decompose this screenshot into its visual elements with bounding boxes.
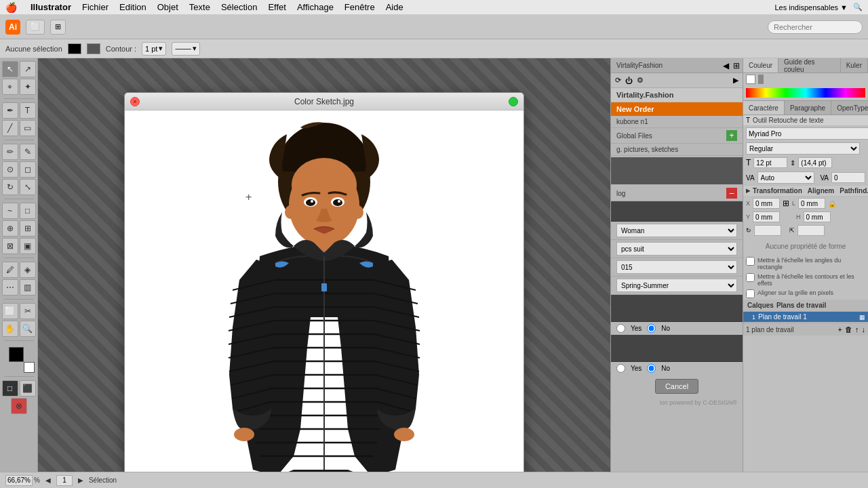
checkbox-scale-corners-input[interactable]: [746, 257, 755, 266]
menu-effet[interactable]: Effet: [268, 2, 286, 12]
tracking-input[interactable]: [831, 172, 865, 183]
magic-wand-tool-btn[interactable]: ✦: [20, 79, 36, 95]
vf-panel-expand-btn[interactable]: ◀: [723, 61, 729, 70]
zoom-tool-btn[interactable]: 🔍: [20, 321, 36, 337]
leading-input[interactable]: [798, 157, 832, 168]
tab-kuler[interactable]: Kuler: [841, 58, 868, 73]
hand-tool-btn[interactable]: ✋: [2, 321, 18, 337]
stroke-color-swatch[interactable]: [87, 43, 100, 54]
rotation-input[interactable]: [754, 225, 781, 236]
color-spectrum[interactable]: [746, 88, 865, 98]
pen-tool-btn[interactable]: ✒: [2, 102, 18, 119]
font-name-input[interactable]: [746, 127, 868, 140]
vf-panel-icons[interactable]: ⊞: [733, 61, 740, 70]
free-transform-btn[interactable]: □: [20, 203, 36, 219]
x-input[interactable]: [753, 198, 780, 209]
checkbox-scale-effects-input[interactable]: [746, 273, 755, 282]
gradient-tool-btn[interactable]: ▣: [20, 238, 36, 254]
menu-texte[interactable]: Texte: [189, 2, 210, 12]
calques-move-down-icon[interactable]: ↓: [862, 325, 866, 333]
color-swatch-white[interactable]: [746, 75, 755, 84]
line-tool-btn[interactable]: ╱: [2, 120, 18, 136]
text-tool-btn[interactable]: T: [20, 102, 36, 119]
apple-menu[interactable]: 🍎: [5, 2, 17, 13]
y-input[interactable]: [753, 211, 780, 222]
eyedropper-tool-btn[interactable]: 🖉: [2, 262, 18, 278]
contour-style-dropdown[interactable]: ─── ▾: [172, 42, 199, 56]
direct-select-tool-btn[interactable]: ↗: [20, 61, 36, 77]
search-input[interactable]: [768, 20, 863, 34]
lasso-tool-btn[interactable]: ⌖: [2, 79, 18, 95]
fullscreen-mode-btn[interactable]: ⬛: [20, 380, 36, 396]
modal-expand-btn[interactable]: [509, 97, 518, 106]
tab-caractere[interactable]: Caractère: [743, 101, 785, 115]
contour-dropdown[interactable]: 1 pt ▾: [142, 42, 166, 56]
vf-radio-yes1[interactable]: [616, 324, 625, 333]
menu-objet[interactable]: Objet: [157, 2, 178, 12]
vf-radio-no1[interactable]: [647, 324, 656, 333]
menu-affichage[interactable]: Affichage: [297, 2, 334, 12]
blob-brush-tool-btn[interactable]: ⊙: [2, 161, 18, 178]
calques-delete-icon[interactable]: 🗑: [845, 325, 852, 333]
layer-icon[interactable]: ▦: [859, 314, 865, 321]
doc-mode-btn[interactable]: ⬜: [26, 20, 45, 35]
vf-radio-no2[interactable]: [647, 364, 656, 373]
draw-inside-btn[interactable]: ⊗: [11, 398, 27, 414]
kerning-select[interactable]: Auto: [757, 171, 815, 184]
zoom-input[interactable]: [5, 475, 33, 486]
mesh-tool-btn[interactable]: ⊠: [2, 238, 18, 254]
vf-radio-yes2[interactable]: [616, 364, 625, 373]
vf-year-select[interactable]: 015: [616, 260, 737, 274]
vf-icon-home[interactable]: ⟳: [615, 76, 621, 85]
slice-btn[interactable]: ✂: [20, 303, 36, 319]
menu-aide[interactable]: Aide: [386, 2, 403, 12]
vf-season-select[interactable]: Spring-Summer: [616, 279, 737, 292]
tab-opentype[interactable]: OpenType: [831, 101, 868, 115]
checkbox-align-pixels-input[interactable]: [746, 289, 755, 298]
vf-tab[interactable]: VirtalityFashion: [614, 60, 665, 70]
canvas-area[interactable]: × Color Sketch.jpg: [38, 58, 610, 472]
workspace-dropdown[interactable]: Les indispensables ▼: [774, 3, 848, 12]
w-input[interactable]: [798, 198, 825, 209]
vf-type-select[interactable]: pcs suit: [616, 242, 737, 256]
blend-tool-btn[interactable]: ◈: [20, 262, 36, 278]
vf-icon-power[interactable]: ⏻: [625, 77, 633, 85]
vf-add-files-btn[interactable]: +: [726, 130, 737, 141]
eraser-tool-btn[interactable]: ◻: [20, 161, 36, 178]
shear-input[interactable]: [797, 225, 825, 236]
rect-tool-btn[interactable]: ▭: [20, 120, 36, 136]
select-tool-btn[interactable]: ↖: [2, 61, 18, 77]
vf-gender-select[interactable]: Woman: [616, 224, 737, 237]
menu-fenetre[interactable]: Fenêtre: [344, 2, 375, 12]
vf-cancel-btn[interactable]: Cancel: [655, 379, 698, 394]
menu-selection[interactable]: Sélection: [221, 2, 257, 12]
tab-calques[interactable]: Calques: [747, 302, 774, 309]
search-icon[interactable]: 🔍: [853, 3, 863, 12]
page-input[interactable]: [56, 475, 73, 486]
prev-page-btn[interactable]: ◀: [45, 476, 51, 484]
warp-tool-btn[interactable]: ~: [2, 203, 18, 219]
modal-close-btn[interactable]: ×: [130, 97, 140, 106]
rotate-tool-btn[interactable]: ↻: [2, 179, 18, 195]
tab-paragraphe[interactable]: Paragraphe: [785, 101, 831, 115]
background-color-swatch[interactable]: [24, 362, 35, 373]
vf-icon-arrow[interactable]: ▶: [733, 76, 738, 85]
normal-mode-btn[interactable]: □: [2, 380, 18, 396]
calques-add-icon[interactable]: +: [838, 325, 842, 333]
arrange-btn[interactable]: ⊞: [50, 20, 66, 35]
paintbrush-tool-btn[interactable]: ✏: [2, 144, 18, 160]
fill-color-swatch[interactable]: [68, 43, 81, 54]
menu-edition[interactable]: Edition: [119, 2, 146, 12]
bar-graph-btn[interactable]: ▥: [20, 279, 36, 296]
vf-icon-settings[interactable]: ⚙: [637, 76, 644, 85]
vf-remove-catalog-btn[interactable]: –: [726, 188, 737, 199]
tab-guide-couleurs[interactable]: Guide des couleu: [778, 58, 841, 73]
artboard-btn[interactable]: ⬜: [2, 303, 18, 319]
shape-builder-btn[interactable]: ⊕: [2, 220, 18, 237]
perspective-grid-btn[interactable]: ⊞: [20, 220, 36, 237]
symbol-spray-btn[interactable]: ⋯: [2, 279, 18, 296]
font-size-input[interactable]: [753, 157, 787, 168]
tab-plans-travail[interactable]: Plans de travail: [776, 302, 826, 309]
menu-fichier[interactable]: Fichier: [82, 2, 108, 12]
font-style-select[interactable]: Regular: [746, 142, 860, 155]
